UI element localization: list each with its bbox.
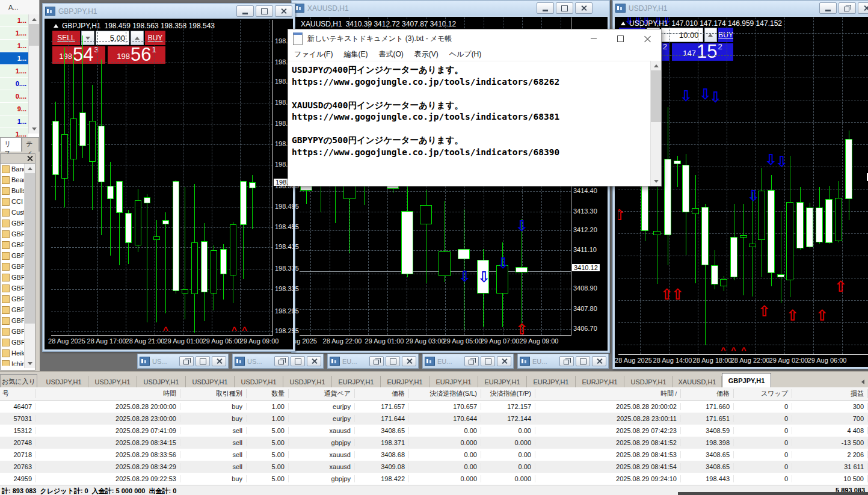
sell-button[interactable]: SELL	[52, 31, 80, 45]
history-column-header[interactable]: 通貨ペア	[289, 389, 355, 398]
notepad-titlebar[interactable]: 新しいテキストドキュメント (3).txt - メモ帳	[288, 29, 661, 48]
navigator-item[interactable]: GBPJ	[1, 229, 27, 239]
collapse-icon[interactable]	[621, 22, 626, 25]
market-watch-row[interactable]: 0....	[0, 78, 28, 90]
maximize-button[interactable]	[291, 356, 305, 366]
chart-tab[interactable]: USDJPY,H1	[186, 376, 235, 388]
tab-list[interactable]: リスト	[0, 137, 22, 152]
window-titlebar[interactable]: USDJPY,H1	[613, 1, 868, 16]
market-watch-scrollbar[interactable]	[28, 14, 39, 134]
notepad-menu-item[interactable]: 書式(O)	[378, 49, 403, 60]
navigator-item[interactable]: Bulls	[1, 185, 27, 196]
window-titlebar[interactable]: XAUUSD,H1	[292, 1, 609, 16]
minimize-button[interactable]	[580, 30, 607, 47]
history-row[interactable]: 249592025.08.29 09:22:53buy5.00gbpjpy198…	[0, 473, 868, 485]
history-row[interactable]: 570312025.08.28 23:00:00buy1.00eurjpy171…	[0, 413, 868, 425]
market-watch-row[interactable]: 0....	[0, 90, 28, 103]
close-button[interactable]	[497, 356, 511, 366]
minimize-button[interactable]	[236, 5, 254, 17]
scroll-down-icon[interactable]	[651, 176, 661, 186]
tab-favorites[interactable]: お気に入り	[0, 374, 37, 388]
restore-button[interactable]	[274, 356, 289, 366]
restore-button[interactable]	[839, 2, 856, 14]
chart-tab[interactable]: EURJPY,H1	[332, 376, 381, 388]
history-column-header[interactable]: 時間 /	[535, 389, 681, 398]
chart-tab[interactable]: EURJPY,H1	[429, 376, 478, 388]
notepad-window[interactable]: 新しいテキストドキュメント (3).txt - メモ帳 ファイル(F)編集(E)…	[288, 29, 662, 186]
window-gbpjpy[interactable]: GBPJPY,H1 GBPJPY,H1 198.459 198.563 198.…	[42, 3, 295, 352]
navigator-item[interactable]: Band	[1, 164, 27, 174]
navigator-item[interactable]: GBPJ	[1, 304, 27, 315]
close-button[interactable]	[592, 356, 606, 366]
history-row[interactable]: 153122025.08.29 07:41:09sell5.00xauusd34…	[0, 425, 868, 437]
navigator-item[interactable]: GBPJ	[1, 272, 27, 283]
close-icon[interactable]	[27, 155, 33, 161]
close-button[interactable]	[275, 5, 292, 17]
chart-tab[interactable]: USDJPY,H1	[40, 376, 88, 388]
buy-button[interactable]: BUY	[145, 31, 165, 45]
history-column-header[interactable]: 価格	[355, 389, 409, 398]
minimized-window[interactable]: US...	[137, 354, 229, 369]
chart-tab[interactable]: USDJPY,H1	[235, 376, 283, 388]
restore-button[interactable]	[369, 356, 384, 366]
history-row[interactable]: 207182025.08.29 08:33:56sell5.00xauusd34…	[0, 449, 868, 461]
close-button[interactable]	[212, 356, 226, 366]
minimize-button[interactable]	[819, 2, 837, 14]
scrollbar-thumb[interactable]	[651, 70, 661, 122]
market-watch-row[interactable]: 1...	[0, 40, 28, 52]
history-column-header[interactable]: スワップ	[734, 389, 792, 398]
scrollbar-thumb[interactable]	[29, 24, 39, 46]
navigator-item[interactable]: Heike	[1, 348, 27, 358]
history-row[interactable]: 207482025.08.29 08:34:15sell5.00gbpjpy19…	[0, 437, 868, 449]
navigator-item[interactable]: GBPJ	[1, 218, 27, 229]
notepad-menu-item[interactable]: ファイル(F)	[294, 49, 333, 60]
buy-price-button[interactable]: 198 56 1	[108, 46, 165, 64]
chart-tab[interactable]: EURJPY,H1	[478, 376, 527, 388]
scroll-down-icon[interactable]	[29, 124, 39, 134]
chart-tab[interactable]: USDJPY,H1	[283, 376, 332, 388]
market-watch-row[interactable]: 1...	[0, 115, 28, 128]
navigator-item[interactable]: GBPJ	[1, 283, 27, 294]
chart-tab[interactable]: EURJPY,H1	[576, 376, 624, 388]
minimize-button[interactable]	[537, 2, 554, 14]
navigator-scrollbar[interactable]	[24, 164, 35, 368]
notepad-menu-item[interactable]: 編集(E)	[343, 49, 368, 60]
market-watch-row[interactable]: 1...	[0, 52, 28, 65]
chart-tab[interactable]: USDJPY,H1	[88, 376, 137, 388]
history-row[interactable]: 207632025.08.29 08:34:29sell5.00xauusd34…	[0, 461, 868, 473]
market-watch-row[interactable]: 1....	[0, 27, 28, 40]
maximize-button[interactable]	[481, 356, 495, 366]
chart-tab[interactable]: EURJPY,H1	[381, 376, 429, 388]
minimized-window[interactable]: EU...	[327, 354, 419, 369]
navigator-item[interactable]: GBPJ	[1, 337, 27, 348]
scroll-down-icon[interactable]	[25, 358, 35, 368]
navigator-item[interactable]: GBPJ	[1, 261, 27, 272]
chart-tab[interactable]: GBPJPY,H1	[722, 373, 771, 388]
lot-dropdown-button[interactable]	[81, 31, 94, 45]
history-column-header[interactable]: 決済逆指値(S/L)	[409, 389, 481, 398]
scroll-up-icon[interactable]	[651, 61, 661, 70]
navigator-item[interactable]: Custo	[1, 207, 27, 218]
close-button[interactable]	[402, 356, 416, 366]
lot-up-button[interactable]	[704, 28, 718, 42]
chart-tab[interactable]: XAUUSD,H1	[673, 376, 722, 388]
history-column-header[interactable]: 時間	[36, 389, 180, 398]
minimized-window[interactable]: US...	[232, 354, 324, 369]
market-watch-row[interactable]: 1...	[0, 14, 28, 27]
maximize-button[interactable]	[386, 356, 400, 366]
navigator-item[interactable]: GBPJ	[1, 315, 27, 326]
navigator-item[interactable]: GBPJ	[1, 250, 27, 261]
restore-button[interactable]	[464, 356, 479, 366]
navigator-item[interactable]: GBPJ	[1, 294, 27, 304]
history-column-header[interactable]: 損益	[792, 389, 868, 398]
notepad-scrollbar[interactable]	[650, 61, 661, 186]
buy-button[interactable]: BUY	[718, 28, 733, 42]
history-column-header[interactable]: 数量	[247, 389, 289, 398]
buy-price-button[interactable]: 147 15 2	[672, 43, 733, 61]
close-button[interactable]	[307, 356, 321, 366]
scroll-up-icon[interactable]	[29, 14, 39, 24]
restore-button[interactable]	[256, 5, 273, 17]
notepad-text[interactable]: USDJPYの400円インジケーターあります。 https://www.gogo…	[288, 61, 651, 186]
market-watch-row[interactable]: 1....	[0, 65, 28, 78]
lot-size-field[interactable]: 10.00	[661, 28, 703, 42]
